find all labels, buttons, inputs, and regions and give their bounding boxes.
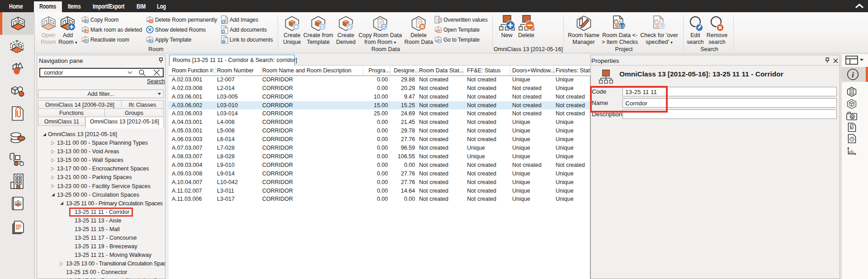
svg-text:1:1: 1:1 (659, 24, 665, 28)
svg-text:1:1: 1:1 (619, 24, 625, 28)
svg-text:i: i (852, 71, 854, 79)
